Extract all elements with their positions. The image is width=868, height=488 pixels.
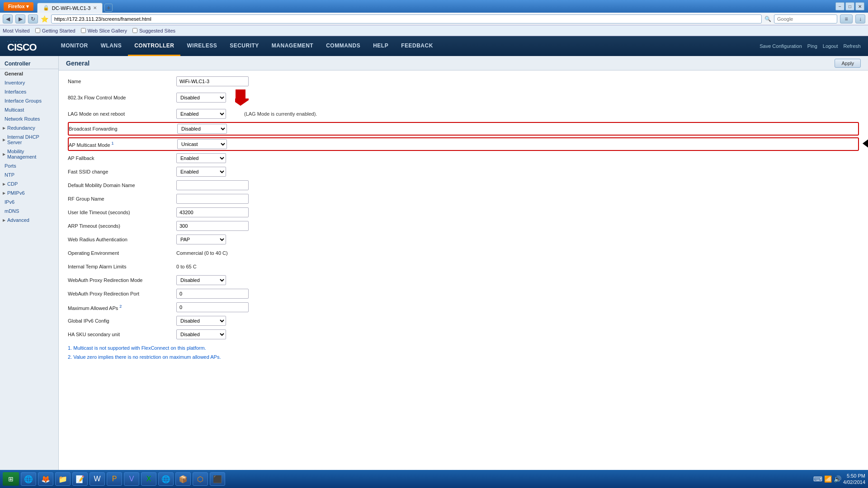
sidebar-item-cdp[interactable]: CDP (0, 179, 58, 188)
broadcast-forwarding-row: Broadcast Forwarding Disabled Enabled (69, 123, 858, 134)
rf-group-label: RF Group Name (68, 196, 176, 202)
bookmark-suggested[interactable]: Suggested Sites (132, 28, 175, 33)
address-bar: ◀ ▶ ↻ ⭐ 🔍 ≡ ↓ (0, 13, 868, 25)
sidebar-item-inventory[interactable]: Inventory (0, 78, 58, 87)
bookmarks-bar: Most Visited Getting Started Web Slice G… (0, 25, 868, 36)
nav-security[interactable]: SECURITY (223, 36, 265, 56)
temp-alarm-label: Internal Temp Alarm Limits (68, 264, 176, 269)
nav-monitor[interactable]: MONITOR (55, 36, 94, 56)
webauth-proxy-mode-select[interactable]: Disabled Enabled (177, 277, 226, 283)
max-aps-label: Maximum Allowed APs 2 (68, 304, 176, 311)
bookmark-most-visited[interactable]: Most Visited (3, 28, 30, 33)
arp-timeout-label: ARP Timeout (seconds) (68, 223, 176, 229)
forward-button[interactable]: ▶ (15, 14, 25, 23)
broadcast-forwarding-row-highlight: Broadcast Forwarding Disabled Enabled (68, 122, 859, 136)
fast-ssid-row: Fast SSID change Enabled Disabled (68, 166, 859, 177)
sidebar-item-network-routes[interactable]: Network Routes (0, 114, 58, 123)
bookmark-star[interactable]: ⭐ (41, 15, 48, 23)
name-input[interactable] (176, 76, 249, 86)
global-ipv6-row: Global IPv6 Config Disabled Enabled (68, 315, 859, 326)
mobility-domain-row: Default Mobility Domain Name (68, 180, 859, 191)
menu-button[interactable]: ≡ (840, 14, 853, 23)
new-tab-button[interactable]: + (104, 4, 113, 12)
sidebar: Controller General Inventory Interfaces … (0, 56, 59, 470)
cisco-logo: · · · · · · CISCO (7, 39, 46, 53)
webauth-proxy-port-input[interactable] (176, 289, 249, 299)
webauth-proxy-mode-row: WebAuth Proxy Redirection Mode Disabled … (68, 275, 859, 286)
save-configuration-link[interactable]: Save Configuration (760, 43, 802, 49)
broadcast-forwarding-select[interactable]: Disabled Enabled (178, 126, 226, 132)
sidebar-item-pmipv6[interactable]: PMIPv6 (0, 188, 58, 197)
sidebar-item-advanced[interactable]: Advanced (0, 216, 58, 225)
sidebar-item-ipv6[interactable]: IPv6 (0, 197, 58, 206)
sidebar-item-mobility-management[interactable]: Mobility Management (0, 147, 58, 161)
fast-ssid-label: Fast SSID change (68, 169, 176, 174)
temp-alarm-row: Internal Temp Alarm Limits 0 to 65 C (68, 261, 859, 272)
ap-multicast-select[interactable]: Unicast Multicast (178, 141, 226, 147)
window-controls: − □ ✕ (835, 2, 864, 10)
global-ipv6-select[interactable]: Disabled Enabled (177, 318, 226, 324)
webauth-proxy-port-row: WebAuth Proxy Redirection Port (68, 288, 859, 299)
bookmark-web-slice[interactable]: Web Slice Gallery (81, 28, 127, 33)
nav-feedback[interactable]: FEEDBACK (395, 36, 439, 56)
browser-titlebar: Firefox ▾ 🔒 DC-WiFi-WLC1-3 ✕ + − □ ✕ (0, 0, 868, 13)
refresh-link[interactable]: Refresh (843, 43, 861, 49)
nav-management[interactable]: MANAGEMENT (265, 36, 320, 56)
lag-note: (LAG Mode is currently enabled). (244, 111, 317, 117)
nav-help[interactable]: HELP (367, 36, 395, 56)
sidebar-item-multicast[interactable]: Multicast (0, 105, 58, 114)
tab-close-icon[interactable]: ✕ (93, 5, 97, 10)
ha-sku-label: HA SKU secondary unit (68, 332, 176, 337)
sidebar-item-mdns[interactable]: mDNS (0, 206, 58, 216)
user-idle-timeout-row: User Idle Timeout (seconds) (68, 207, 859, 218)
arp-timeout-input[interactable] (176, 221, 249, 231)
ha-sku-select[interactable]: Disabled Enabled (177, 331, 226, 338)
nav-wlans[interactable]: WLANs (94, 36, 128, 56)
active-tab[interactable]: 🔒 DC-WiFi-WLC1-3 ✕ (37, 3, 103, 13)
ap-fallback-label: AP Fallback (68, 155, 176, 161)
sidebar-item-redundancy[interactable]: Redundancy (0, 123, 58, 132)
sidebar-item-general[interactable]: General (0, 69, 58, 78)
sidebar-item-interface-groups[interactable]: Interface Groups (0, 96, 58, 105)
ap-multicast-select-wrap: Unicast Multicast (177, 139, 227, 149)
window-maximize-button[interactable]: □ (845, 2, 854, 10)
mobility-domain-input[interactable] (176, 180, 249, 190)
nav-controller[interactable]: CONTROLLER (128, 36, 180, 56)
sidebar-item-interfaces[interactable]: Interfaces (0, 87, 58, 96)
ap-fallback-select[interactable]: Enabled Disabled (177, 155, 226, 161)
download-button[interactable]: ↓ (855, 14, 865, 23)
sidebar-item-ports[interactable]: Ports (0, 161, 58, 170)
svg-marker-0 (235, 89, 249, 106)
ha-sku-row: HA SKU secondary unit Disabled Enabled (68, 329, 859, 340)
nav-wireless[interactable]: WIRELESS (180, 36, 223, 56)
sidebar-item-ntp[interactable]: NTP (0, 170, 58, 179)
tab-title: DC-WiFi-WLC1-3 (52, 5, 91, 11)
ap-fallback-select-wrap: Enabled Disabled (176, 153, 226, 163)
search-input[interactable] (774, 14, 837, 23)
ping-link[interactable]: Ping (807, 43, 817, 49)
max-aps-input[interactable] (176, 302, 249, 312)
url-input[interactable] (51, 14, 762, 23)
ap-fallback-row: AP Fallback Enabled Disabled (68, 153, 859, 164)
logout-link[interactable]: Logout (823, 43, 838, 49)
refresh-button[interactable]: ↻ (28, 14, 38, 23)
main-layout: Controller General Inventory Interfaces … (0, 56, 868, 470)
firefox-button[interactable]: Firefox ▾ (4, 2, 33, 11)
back-button[interactable]: ◀ (3, 14, 13, 23)
ap-multicast-row: AP Multicast Mode 1 Unicast Multicast (69, 139, 858, 150)
nav-commands[interactable]: COMMANDS (320, 36, 367, 56)
down-arrow-annotation (235, 89, 249, 106)
window-minimize-button[interactable]: − (835, 2, 844, 10)
rf-group-input[interactable] (176, 194, 249, 204)
operating-env-label: Operating Environment (68, 250, 176, 256)
flow-control-select[interactable]: Disabled Enabled (177, 94, 226, 101)
fast-ssid-select[interactable]: Enabled Disabled (177, 169, 226, 175)
sidebar-item-internal-dhcp[interactable]: Internal DHCP Server (0, 132, 58, 147)
window-close-button[interactable]: ✕ (855, 2, 864, 10)
user-idle-timeout-input[interactable] (176, 207, 249, 217)
header-actions: Save Configuration Ping Logout Refresh (760, 43, 861, 49)
bookmark-getting-started[interactable]: Getting Started (35, 28, 75, 33)
apply-button[interactable]: Apply (835, 59, 861, 68)
web-radius-select[interactable]: PAP CHAP MD5-CHAP (177, 236, 226, 243)
lag-mode-select[interactable]: Enabled Disabled (177, 111, 226, 117)
